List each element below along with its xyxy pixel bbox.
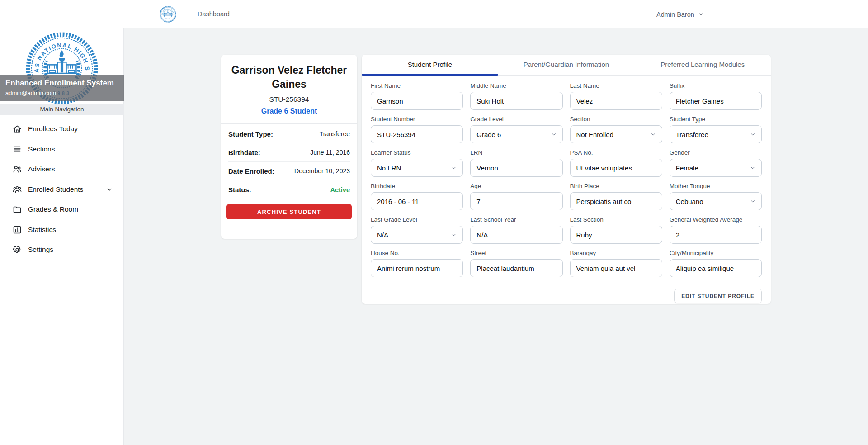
birth-place-input[interactable] <box>570 192 662 210</box>
student-number-input[interactable] <box>371 125 463 143</box>
lrn-input[interactable] <box>470 159 562 177</box>
suffix-input[interactable] <box>670 92 762 110</box>
field-lrn: LRN <box>470 149 562 177</box>
dashboard-link[interactable]: Dashboard <box>198 0 230 28</box>
field-mother-tongue: Mother TongueCebuano <box>670 182 762 210</box>
info-value: June 11, 2016 <box>310 149 350 156</box>
sidebar-item-label: Settings <box>28 246 53 254</box>
student-grade-link[interactable]: Grade 6 Student <box>229 107 349 115</box>
field-city-municipality: City/Municipality <box>670 249 762 277</box>
barangay-input[interactable] <box>570 259 662 277</box>
app-title: Enhanced Enrollment System <box>5 79 118 88</box>
edit-student-profile-button[interactable]: EDIT STUDENT PROFILE <box>674 289 762 303</box>
gear-icon <box>12 245 22 255</box>
group-icon <box>12 185 22 194</box>
field-student-number: Student Number <box>371 115 463 143</box>
house-no-input[interactable] <box>371 259 463 277</box>
sidebar-item-enrollees-today[interactable]: Enrollees Today <box>0 119 124 139</box>
sidebar-item-settings[interactable]: Settings <box>0 240 124 260</box>
home-icon <box>12 124 22 134</box>
age-input[interactable] <box>470 192 562 210</box>
last-section-input[interactable] <box>570 226 662 244</box>
student-number: STU-256394 <box>229 95 349 104</box>
last-grade-level-select[interactable]: N/A <box>371 226 463 244</box>
main-content: Garrison Velez Fletcher Gaines STU-25639… <box>124 28 868 445</box>
selected-value: Not Enrolled <box>576 131 614 138</box>
user-menu-label: Admin Baron <box>656 11 694 18</box>
chevron-down-icon[interactable] <box>106 186 113 193</box>
tab-parent-guardian-information[interactable]: Parent/Guardian Information <box>498 55 635 75</box>
last-school-year-input[interactable] <box>470 226 562 244</box>
learner-status-select[interactable]: No LRN <box>371 159 463 177</box>
field-general-weighted-average: General Weighted Average <box>670 216 762 244</box>
field-label: Age <box>470 182 562 190</box>
section-select[interactable]: Not Enrolled <box>570 125 662 143</box>
field-label: First Name <box>371 82 463 90</box>
selected-value: Transferee <box>676 131 708 138</box>
field-label: Student Type <box>670 115 762 123</box>
profile-tabs: Student ProfileParent/Guardian Informati… <box>362 55 771 76</box>
field-student-type: Student TypeTransferee <box>670 115 762 143</box>
archive-student-button[interactable]: ARCHIVE STUDENT <box>226 204 352 219</box>
field-age: Age <box>470 182 562 210</box>
student-info-row: Status:Active <box>228 180 350 199</box>
middle-name-input[interactable] <box>470 92 562 110</box>
grade-level-select[interactable]: Grade 6 <box>470 125 562 143</box>
info-value: Transferee <box>320 130 350 137</box>
field-last-grade-level: Last Grade LevelN/A <box>371 216 463 244</box>
sidebar-nav: Enrollees TodaySectionsAdvisersEnrolled … <box>0 119 124 260</box>
field-label: Last Name <box>570 82 662 90</box>
info-value: December 10, 2023 <box>294 167 350 175</box>
mother-tongue-select[interactable]: Cebuano <box>670 192 762 210</box>
psa-no-input[interactable] <box>570 159 662 177</box>
general-weighted-average-input[interactable] <box>670 226 762 244</box>
sidebar-item-enrolled-students[interactable]: Enrolled Students <box>0 180 124 200</box>
student-info-row: Birthdate:June 11, 2016 <box>228 143 350 162</box>
chevron-down-icon <box>750 198 756 204</box>
city-municipality-input[interactable] <box>670 259 762 277</box>
sidebar-item-statistics[interactable]: Statistics <box>0 220 124 240</box>
field-label: LRN <box>470 149 562 157</box>
field-label: Barangay <box>570 249 662 257</box>
user-menu[interactable]: Admin Baron <box>656 0 704 28</box>
field-label: Birth Place <box>570 182 662 190</box>
field-label: General Weighted Average <box>670 216 762 224</box>
first-name-input[interactable] <box>371 92 463 110</box>
field-last-name: Last Name <box>570 82 662 110</box>
selected-value: Grade 6 <box>476 131 501 138</box>
last-name-input[interactable] <box>570 92 662 110</box>
admin-email: admin@admin.com <box>5 90 118 96</box>
chevron-down-icon <box>551 131 557 137</box>
student-profile-panel: Student ProfileParent/Guardian Informati… <box>362 55 771 304</box>
status-badge: Active <box>330 186 350 194</box>
field-learner-status: Learner StatusNo LRN <box>371 149 463 177</box>
sidebar-item-sections[interactable]: Sections <box>0 139 124 160</box>
tab-preferred-learning-modules[interactable]: Preferred Learning Modules <box>634 55 771 75</box>
street-input[interactable] <box>470 259 562 277</box>
student-type-select[interactable]: Transferee <box>670 125 762 143</box>
info-label: Date Enrolled: <box>228 167 274 175</box>
field-first-name: First Name <box>371 82 463 110</box>
selected-value: N/A <box>377 231 388 239</box>
info-label: Status: <box>228 186 251 194</box>
birthdate-input[interactable] <box>371 192 463 210</box>
student-summary-card: Garrison Velez Fletcher Gaines STU-25639… <box>221 55 357 239</box>
field-birth-place: Birth Place <box>570 182 662 210</box>
users-icon <box>12 164 22 174</box>
tab-student-profile[interactable]: Student Profile <box>362 55 498 75</box>
sidebar: NAVOTAS NATIONAL HIGH SCHOOL 1983 Enhanc… <box>0 28 124 445</box>
sidebar-item-advisers[interactable]: Advisers <box>0 159 124 180</box>
field-suffix: Suffix <box>670 82 762 110</box>
field-label: Section <box>570 115 662 123</box>
sidebar-item-grades-room[interactable]: Grades & Room <box>0 199 124 220</box>
chevron-down-icon <box>451 165 457 171</box>
sidebar-item-label: Statistics <box>28 226 56 234</box>
field-label: Learner Status <box>371 149 463 157</box>
school-seal-logo: NAVOTAS NATIONAL HIGH SCHOOL 1983 <box>159 5 177 23</box>
gender-select[interactable]: Female <box>670 159 762 177</box>
field-birthdate: Birthdate <box>371 182 463 210</box>
info-label: Student Type: <box>228 130 273 138</box>
field-label: Last School Year <box>470 216 562 224</box>
field-label: Birthdate <box>371 182 463 190</box>
chevron-down-icon <box>750 165 756 171</box>
